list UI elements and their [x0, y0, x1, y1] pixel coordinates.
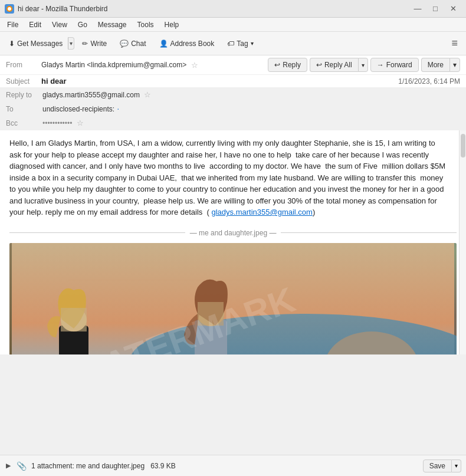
reply-all-group: ↩ Reply All ▾ — [310, 58, 368, 72]
to-expand-icon[interactable]: ⬝ — [116, 106, 120, 113]
tag-dropdown-icon: ▾ — [251, 40, 254, 47]
subject-row: Subject hi dear 1/16/2023, 6:14 PM — [0, 75, 466, 88]
forward-icon: → — [377, 61, 384, 69]
get-messages-label: Get Messages — [17, 40, 63, 48]
menu-tools[interactable]: Tools — [133, 19, 159, 30]
get-messages-group: ⬇ Get Messages ▾ — [4, 37, 74, 51]
tag-label: Tag — [237, 40, 248, 48]
from-label: From — [6, 61, 39, 69]
window-title: hi dear - Mozilla Thunderbird — [18, 5, 108, 13]
to-row: To undisclosed-recipients: ⬝ — [0, 102, 466, 116]
reply-to-row: Reply to gladys.martin3555@gmail.com ☆ — [0, 88, 466, 102]
menubar: File Edit View Go Message Tools Help — [0, 18, 466, 32]
tag-icon: 🏷 — [227, 40, 234, 48]
tag-button[interactable]: 🏷 Tag ▾ — [222, 37, 258, 51]
address-book-label: Address Book — [170, 40, 215, 48]
bcc-value: •••••••••••• ☆ — [42, 119, 460, 127]
write-button[interactable]: ✏ Write — [77, 37, 112, 51]
menu-file[interactable]: File — [2, 19, 23, 30]
inline-image: WATERMARK — [9, 243, 457, 355]
statusbar-expand-button[interactable]: ▶ — [5, 461, 12, 471]
minimize-button[interactable]: — — [409, 1, 426, 17]
attachment-separator: — me and daughter.jpeg — — [9, 228, 457, 238]
write-icon: ✏ — [82, 40, 88, 48]
chat-button[interactable]: 💬 Chat — [114, 37, 151, 51]
chat-label: Chat — [131, 40, 146, 48]
reply-to-value: gladys.martin3555@gmail.com ☆ — [42, 90, 460, 99]
svg-point-1 — [8, 7, 11, 11]
maximize-button[interactable]: □ — [427, 1, 444, 17]
forward-button[interactable]: → Forward — [370, 58, 419, 72]
bcc-row: Bcc •••••••••••• ☆ — [0, 116, 466, 130]
menu-help[interactable]: Help — [160, 19, 184, 30]
email-body-text: Hello, I am Gladys Martin, from USA, I a… — [9, 137, 457, 218]
from-row: From Gladys Martin <linda.kdpremium@gmai… — [0, 55, 466, 75]
menu-edit[interactable]: Edit — [24, 19, 46, 30]
menu-go[interactable]: Go — [73, 19, 92, 30]
subject-value: hi dear — [41, 77, 67, 86]
more-button[interactable]: More — [421, 58, 449, 72]
from-value: Gladys Martin <linda.kdpremium@gmail.com… — [41, 61, 186, 69]
reply-all-icon: ↩ — [316, 61, 322, 69]
hamburger-button[interactable]: ≡ — [447, 35, 462, 52]
reply-all-dropdown[interactable]: ▾ — [358, 58, 368, 72]
window-controls: — □ ✕ — [409, 1, 461, 17]
email-date: 1/16/2023, 6:14 PM — [398, 77, 460, 86]
reply-icon: ↩ — [274, 61, 280, 69]
reply-to-star-icon[interactable]: ☆ — [144, 90, 151, 99]
email-link[interactable]: gladys.martin355@gmail.com — [211, 208, 312, 216]
reply-label: Reply — [283, 61, 301, 69]
subject-label: Subject — [6, 77, 39, 86]
from-star-icon[interactable]: ☆ — [191, 61, 198, 70]
reply-to-label: Reply to — [6, 91, 42, 99]
address-book-icon: 👤 — [159, 40, 168, 48]
bcc-star-icon[interactable]: ☆ — [77, 119, 84, 127]
chat-icon: 💬 — [120, 40, 129, 48]
titlebar: hi dear - Mozilla Thunderbird — □ ✕ — [0, 0, 466, 18]
to-value: undisclosed-recipients: ⬝ — [42, 105, 460, 113]
menu-message[interactable]: Message — [93, 19, 132, 30]
statusbar-text: 1 attachment: me and daughter.jpeg 63.9 … — [31, 462, 418, 470]
attachment-icon: 📎 — [17, 461, 27, 471]
save-group: Save ▾ — [423, 459, 461, 472]
more-dropdown[interactable]: ▾ — [449, 58, 460, 72]
forward-label: Forward — [386, 61, 412, 69]
write-label: Write — [90, 40, 107, 48]
save-button[interactable]: Save — [423, 459, 452, 472]
get-messages-dropdown[interactable]: ▾ — [68, 37, 74, 50]
email-body: Hello, I am Gladys Martin, from USA, I a… — [0, 130, 466, 354]
to-label: To — [6, 105, 42, 113]
svg-rect-13 — [61, 308, 87, 331]
more-group: More ▾ — [421, 58, 460, 72]
app-icon — [5, 4, 14, 14]
toolbar: ⬇ Get Messages ▾ ✏ Write 💬 Chat 👤 Addres… — [0, 32, 466, 55]
menu-view[interactable]: View — [47, 19, 72, 30]
get-messages-button[interactable]: ⬇ Get Messages — [4, 37, 68, 51]
statusbar: ▶ 📎 1 attachment: me and daughter.jpeg 6… — [0, 455, 466, 476]
close-button[interactable]: ✕ — [445, 1, 461, 17]
reply-all-label: Reply All — [324, 61, 352, 69]
attachment-separator-text: — me and daughter.jpeg — — [185, 228, 281, 238]
address-book-button[interactable]: 👤 Address Book — [154, 37, 220, 51]
reply-all-button[interactable]: ↩ Reply All — [310, 58, 358, 72]
scrollbar[interactable] — [459, 130, 466, 354]
more-label: More — [428, 61, 444, 69]
reply-button[interactable]: ↩ Reply — [268, 58, 307, 72]
save-dropdown[interactable]: ▾ — [452, 459, 461, 472]
get-messages-icon: ⬇ — [9, 40, 15, 48]
action-buttons: ↩ Reply ↩ Reply All ▾ → Forward More ▾ — [268, 58, 460, 72]
bcc-label: Bcc — [6, 119, 42, 127]
